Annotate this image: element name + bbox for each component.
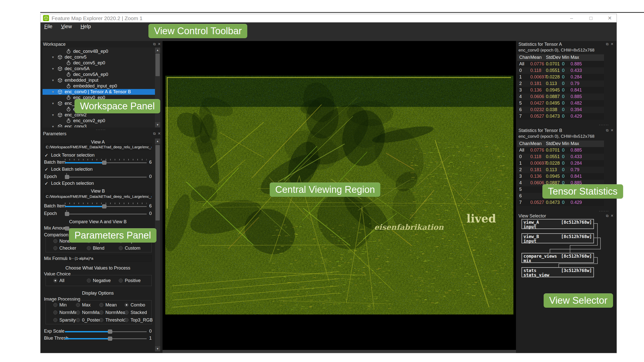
- epoch-slider-b[interactable]: [65, 210, 147, 217]
- app-logo-icon: [43, 15, 49, 21]
- chevron-down-icon[interactable]: ▾: [52, 66, 54, 72]
- close-panel-icon[interactable]: ✕: [158, 131, 161, 135]
- tree-item[interactable]: ▾embedded_input: [43, 77, 160, 83]
- lock-epoch-label: Lock Epoch selection: [51, 181, 94, 186]
- float-panel-icon[interactable]: ⧉: [606, 42, 609, 46]
- compare-section-title: Compare View A and View B: [41, 219, 155, 224]
- stats-row: 70.05270.047300.429: [517, 199, 604, 206]
- exp-scale-value: 0: [149, 329, 152, 334]
- tree-item-selected[interactable]: ▾enc_conv0 | Tensor A & Tensor B: [43, 89, 160, 95]
- float-panel-icon[interactable]: ⧉: [606, 214, 609, 218]
- batch-item-value-a: 6: [149, 160, 152, 165]
- stats-row: 00.1180.055100.433: [517, 67, 604, 74]
- stats-row: 30.1360.094500.841: [517, 87, 604, 94]
- float-panel-icon[interactable]: ⧉: [153, 42, 156, 46]
- tree-item[interactable]: dec_conv4B_ep0: [43, 49, 160, 54]
- chevron-down-icon[interactable]: ▾: [52, 54, 54, 60]
- scroll-down-icon[interactable]: ▼: [155, 346, 160, 351]
- blue-thresh-value: 1: [149, 336, 152, 341]
- node-compare-views[interactable]: compare_views[8c512h768w]mix: [521, 253, 594, 263]
- batch-item-value-b: 6: [149, 203, 152, 209]
- panel-splitter[interactable]: [594, 210, 614, 212]
- parameters-scrollbar[interactable]: ▲ ▼: [155, 139, 160, 351]
- tree-item[interactable]: ▾dec_conv5: [43, 54, 160, 60]
- close-panel-icon[interactable]: ✕: [611, 42, 614, 46]
- workspace-panel-title: Workspace: [43, 42, 66, 47]
- epoch-slider-a[interactable]: [65, 173, 147, 180]
- stats-row: 00.1180.055100.433: [517, 154, 604, 160]
- float-panel-icon[interactable]: ⧉: [153, 131, 156, 136]
- image-processing-group: Min Max Mean Combo NormMin NormMax NormM…: [46, 300, 152, 324]
- tensor-cube-icon: [58, 101, 62, 106]
- tree-item[interactable]: ▾enc_conv3: [43, 124, 160, 127]
- chevron-down-icon[interactable]: ▾: [52, 124, 54, 127]
- batch-item-slider-b[interactable]: [65, 203, 147, 209]
- chevron-down-icon[interactable]: ▾: [52, 89, 54, 95]
- tensor-cube-icon: [58, 55, 62, 60]
- menu-file[interactable]: File: [41, 22, 56, 31]
- scrollbar-thumb[interactable]: [155, 54, 160, 76]
- node-view-b[interactable]: view_B[8c512h768w]input: [521, 233, 594, 243]
- scrollbar-thumb[interactable]: [155, 145, 160, 220]
- stats-row: 20.1810.11300.79: [517, 80, 604, 87]
- tree-item[interactable]: ▾dec_conv5A: [43, 66, 160, 72]
- scroll-up-icon[interactable]: ▲: [155, 139, 160, 144]
- stopwatch-icon: [66, 118, 71, 123]
- annotation-parameters-panel: Parameters Panel: [69, 228, 156, 243]
- view-a-path-input[interactable]: C:/Workspace/FME/FME_Data/AETrad_deep_re…: [44, 144, 152, 150]
- tensor-cube-icon: [58, 78, 62, 83]
- tensor-cube-icon: [58, 89, 62, 94]
- stats-b-panel-header: Statistics for Tensor B ⧉ ✕: [516, 127, 616, 134]
- tree-item[interactable]: enc_conv2_ep0: [43, 118, 160, 124]
- mix-formula-input[interactable]: b - (1-alpha)*a: [67, 255, 152, 261]
- view-b-path-input[interactable]: C:/Workspace/FME/FME_Data/AETrad_deep_re…: [44, 193, 152, 200]
- epoch-value-a: 0: [149, 174, 152, 179]
- screen-top-divider: [40, 12, 644, 13]
- tensor-cube-icon: [58, 124, 62, 127]
- batch-item-slider-a[interactable]: [65, 159, 147, 165]
- epoch-value-b: 0: [149, 211, 152, 216]
- scroll-up-icon[interactable]: ▲: [155, 48, 160, 53]
- lock-epoch-checkbox[interactable]: ✓: [45, 181, 48, 186]
- stats-table-header: ChanMeanStdDevMinMax: [517, 141, 604, 147]
- title-bar: Feature Map Explorer 2020.2 | Zoom 1 – □…: [41, 14, 617, 22]
- stats-row: 10.006970.022800.284: [517, 74, 604, 80]
- close-panel-icon[interactable]: ✕: [611, 128, 614, 132]
- blue-thresh-slider[interactable]: [65, 335, 147, 341]
- scroll-down-icon[interactable]: ▼: [155, 122, 160, 127]
- close-panel-icon[interactable]: ✕: [158, 42, 161, 46]
- lock-tensor-checkbox[interactable]: ✓: [45, 153, 48, 158]
- view-control-toolbar: [41, 31, 617, 41]
- node-stats[interactable]: stats[3c512h768w]stats_view: [521, 267, 594, 277]
- chevron-down-icon[interactable]: ▾: [52, 77, 54, 83]
- chevron-down-icon[interactable]: ▾: [52, 101, 54, 106]
- stats-row: 30.1360.094500.841: [517, 173, 604, 180]
- lock-batch-checkbox[interactable]: ✓: [45, 167, 48, 172]
- tree-item[interactable]: dec_conv5A_ep0: [43, 72, 160, 77]
- workspace-panel-header: Workspace ⧉ ✕: [41, 41, 161, 48]
- minimize-button[interactable]: –: [566, 15, 577, 22]
- exp-scale-slider[interactable]: [65, 328, 147, 334]
- menu-view[interactable]: View: [57, 22, 76, 31]
- menu-help[interactable]: Help: [77, 22, 95, 31]
- tree-item[interactable]: dec_conv5_ep0: [43, 60, 160, 66]
- close-button[interactable]: ✕: [604, 15, 616, 22]
- stopwatch-icon: [66, 84, 71, 88]
- stats-row: 40.06060.088700.885: [517, 94, 604, 100]
- chevron-down-icon[interactable]: ▾: [52, 112, 54, 118]
- stats-a-subtitle: enc_conv0 (epoch 0), CHW=8x512x768: [518, 48, 594, 53]
- maximize-button[interactable]: □: [585, 15, 597, 22]
- annotation-view-control-toolbar: View Control Toolbar: [148, 24, 247, 38]
- parameters-panel-header: Parameters ⧉ ✕: [41, 130, 161, 137]
- panel-splitter[interactable]: [594, 124, 614, 126]
- stats-a-table: ChanMeanStdDevMinMax All0.07760.070100.8…: [517, 54, 604, 120]
- parameters-panel: View A C:/Workspace/FME/FME_Data/AETrad_…: [41, 137, 155, 353]
- close-panel-icon[interactable]: ✕: [611, 214, 614, 218]
- tree-item[interactable]: embedded_input_ep0: [43, 83, 160, 89]
- workspace-scrollbar[interactable]: ▲ ▼: [155, 48, 160, 127]
- annotation-tensor-statistics: Tensor Statistics: [542, 184, 623, 199]
- view-selector-graph: view_A[8c512h768w]input view_B[8c512h768…: [516, 218, 616, 353]
- float-panel-icon[interactable]: ⧉: [606, 128, 609, 132]
- stats-b-title: Statistics for Tensor B: [518, 128, 562, 133]
- node-view-a[interactable]: view_A[8c512h768w]input: [521, 219, 594, 229]
